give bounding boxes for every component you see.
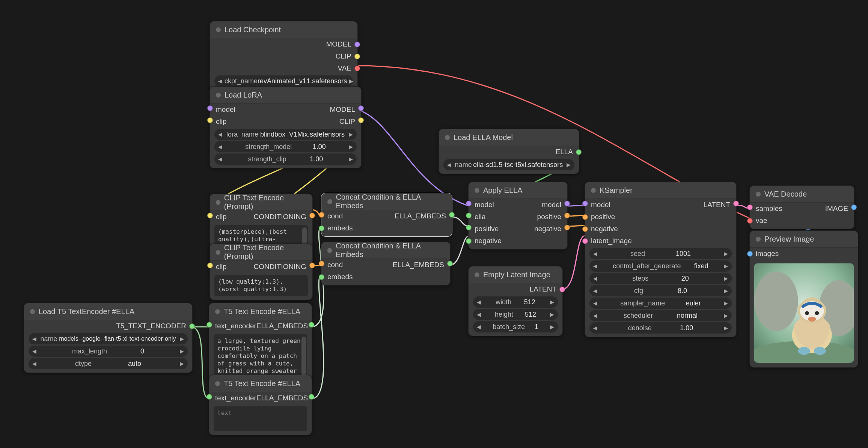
widget-height[interactable]: ◀height512▶ (473, 309, 558, 320)
widget-lora-name[interactable]: ◀lora_nameblindbox_V1Mix.safetensors▶ (214, 129, 357, 140)
port-embeds-out[interactable] (449, 212, 455, 218)
preview-thumbnail[interactable] (754, 263, 854, 363)
collapse-icon[interactable] (756, 192, 761, 197)
arrow-right-icon[interactable]: ▶ (178, 348, 185, 354)
port-ella-out[interactable] (576, 149, 582, 155)
port-clip-in[interactable] (207, 213, 213, 218)
port-neg-in[interactable] (582, 226, 588, 232)
widget-control-after-generate[interactable]: ◀control_after_generatefixed▶ (589, 260, 732, 272)
node-titlebar[interactable]: KSampler (585, 182, 736, 199)
collapse-icon[interactable] (215, 309, 220, 314)
node-apply-ella[interactable]: Apply ELLA modelmodel ellapositive posit… (468, 182, 568, 250)
arrow-left-icon[interactable]: ◀ (592, 288, 599, 294)
node-concat-b[interactable]: Concat Condition & ELLA Embeds cond ELLA… (321, 242, 451, 286)
arrow-left-icon[interactable]: ◀ (31, 348, 38, 354)
widget-ella-name[interactable]: ◀nameella-sd1.5-tsc-t5xl.safetensors▶ (443, 159, 574, 170)
port-clip-in[interactable] (207, 263, 213, 268)
port-embeds-out[interactable] (309, 322, 314, 328)
port-pos-out[interactable] (564, 213, 570, 218)
port-model-out[interactable] (358, 105, 364, 111)
prompt-textbox[interactable]: text (214, 406, 307, 431)
port-image-out[interactable] (851, 204, 857, 210)
widget-steps[interactable]: ◀steps20▶ (589, 273, 732, 284)
arrow-right-icon[interactable]: ▶ (549, 324, 556, 330)
port-clip-in[interactable] (207, 117, 213, 123)
node-t5-encode-b[interactable]: T5 Text Encode #ELLA text_encoder ELLA_E… (209, 375, 312, 435)
arrow-left-icon[interactable]: ◀ (217, 131, 224, 137)
arrow-left-icon[interactable]: ◀ (217, 144, 224, 150)
arrow-right-icon[interactable]: ▶ (348, 78, 355, 84)
node-titlebar[interactable]: Load LoRA (210, 87, 361, 104)
port-latent-out[interactable] (733, 201, 739, 206)
collapse-icon[interactable] (216, 27, 221, 32)
node-vae-decode[interactable]: VAE Decode samplesIMAGE vae (749, 185, 854, 229)
arrow-left-icon[interactable]: ◀ (31, 336, 38, 342)
collapse-icon[interactable] (327, 248, 332, 253)
arrow-left-icon[interactable]: ◀ (592, 300, 599, 306)
node-graph-canvas[interactable]: Load Checkpoint MODEL CLIP VAE ◀ ckpt_na… (0, 0, 868, 448)
prompt-textbox[interactable]: a large, textured green crocodile lying … (214, 334, 307, 378)
node-titlebar[interactable]: Preview Image (750, 231, 858, 248)
collapse-icon[interactable] (756, 237, 761, 242)
arrow-left-icon[interactable]: ◀ (217, 156, 224, 162)
node-titlebar[interactable]: T5 Text Encode #ELLA (209, 303, 312, 320)
node-titlebar[interactable]: Load ELLA Model (439, 129, 579, 146)
collapse-icon[interactable] (327, 199, 332, 204)
node-load-lora[interactable]: Load LoRA model MODEL clip CLIP ◀lora_na… (209, 86, 362, 168)
node-titlebar[interactable]: Concat Condition & ELLA Embeds (321, 193, 452, 210)
node-titlebar[interactable]: T5 Text Encode #ELLA (209, 375, 312, 392)
port-pos-in[interactable] (466, 225, 472, 230)
arrow-right-icon[interactable]: ▶ (347, 131, 354, 137)
widget-t5-name[interactable]: ◀namemodels--google--flan-t5-xl-text-enc… (29, 333, 188, 344)
arrow-left-icon[interactable]: ◀ (446, 162, 453, 168)
port-vae-in[interactable] (747, 218, 753, 224)
arrow-right-icon[interactable]: ▶ (549, 311, 556, 317)
prompt-textbox[interactable]: (low quality:1.3), (worst quality:1.3) (214, 275, 308, 296)
port-latent-out[interactable] (559, 287, 565, 292)
widget-sampler-name[interactable]: ◀sampler_nameeuler▶ (589, 298, 732, 309)
port-model-out[interactable] (564, 201, 570, 206)
node-ksampler[interactable]: KSampler modelLATENT positive negative l… (585, 182, 737, 337)
node-titlebar[interactable]: CLIP Text Encode (Prompt) (210, 194, 312, 211)
arrow-left-icon[interactable]: ◀ (592, 251, 599, 257)
arrow-right-icon[interactable]: ▶ (722, 288, 729, 294)
node-titlebar[interactable]: Apply ELLA (469, 182, 567, 199)
port-cond-out[interactable] (309, 263, 315, 268)
widget-width[interactable]: ◀width512▶ (473, 296, 558, 308)
node-clip-encode-neg[interactable]: CLIP Text Encode (Prompt) clip CONDITION… (209, 244, 313, 300)
widget-scheduler[interactable]: ◀schedulernormal▶ (589, 310, 732, 321)
port-neg-out[interactable] (564, 225, 570, 230)
arrow-left-icon[interactable]: ◀ (592, 263, 599, 269)
node-titlebar[interactable]: VAE Decode (750, 186, 854, 203)
port-neg-in[interactable] (466, 238, 472, 244)
collapse-icon[interactable] (216, 250, 220, 255)
arrow-right-icon[interactable]: ▶ (178, 361, 185, 367)
scrollbar[interactable] (301, 337, 306, 376)
widget-dtype[interactable]: ◀dtypeauto▶ (29, 358, 188, 369)
port-t5-in[interactable] (206, 322, 212, 328)
node-empty-latent[interactable]: Empty Latent Image LATENT ◀width512▶ ◀he… (468, 266, 563, 336)
port-cond-in[interactable] (319, 261, 324, 266)
arrow-right-icon[interactable]: ▶ (722, 300, 729, 306)
arrow-right-icon[interactable]: ▶ (347, 144, 354, 150)
node-titlebar[interactable]: Concat Condition & ELLA Embeds (321, 242, 450, 259)
widget-denoise[interactable]: ◀denoise1.00▶ (589, 322, 732, 334)
collapse-icon[interactable] (475, 188, 479, 193)
collapse-icon[interactable] (216, 200, 220, 205)
port-t5-out[interactable] (189, 323, 195, 329)
port-model-out[interactable] (354, 42, 360, 47)
node-load-t5[interactable]: Load T5 TextEncoder #ELLA T5_TEXT_ENCODE… (24, 303, 193, 373)
node-preview-image[interactable]: Preview Image images (749, 230, 858, 368)
arrow-right-icon[interactable]: ▶ (722, 275, 729, 281)
collapse-icon[interactable] (591, 188, 596, 193)
node-titlebar[interactable]: Load Checkpoint (210, 21, 357, 38)
port-clip-out[interactable] (358, 117, 364, 123)
arrow-right-icon[interactable]: ▶ (549, 299, 556, 305)
collapse-icon[interactable] (216, 93, 221, 98)
arrow-left-icon[interactable]: ◀ (31, 361, 38, 367)
arrow-left-icon[interactable]: ◀ (592, 313, 599, 319)
port-model-in[interactable] (207, 105, 213, 111)
port-embeds-out[interactable] (309, 394, 314, 400)
arrow-left-icon[interactable]: ◀ (592, 275, 599, 281)
collapse-icon[interactable] (30, 309, 35, 314)
